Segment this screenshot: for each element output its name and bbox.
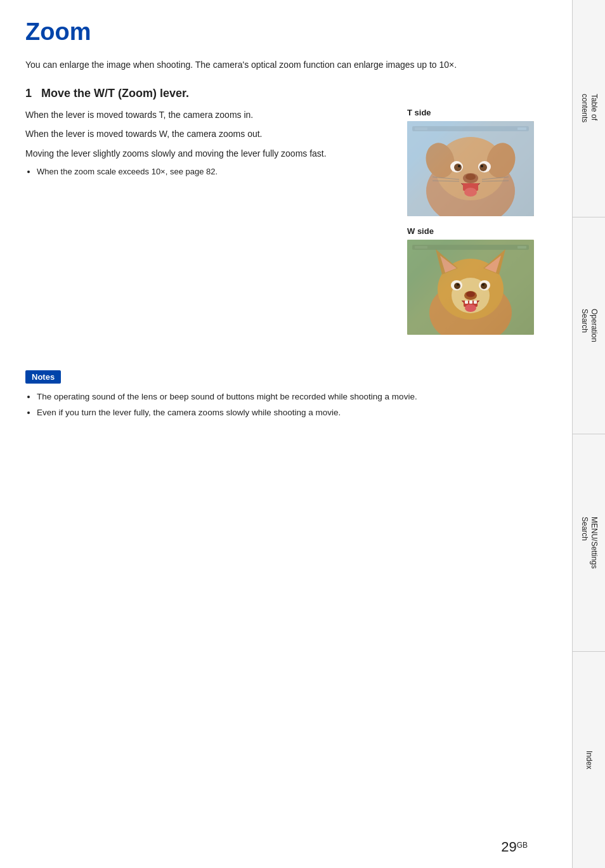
step-content: When the lever is moved towards T, the c… xyxy=(25,108,547,345)
page-number: 29GB xyxy=(501,839,528,855)
svg-point-32 xyxy=(482,283,485,285)
step-images: T side xyxy=(407,108,547,345)
dog-w-svg xyxy=(407,240,534,335)
w-side-label: W side xyxy=(407,226,547,236)
svg-point-9 xyxy=(479,164,487,171)
w-side-dog xyxy=(407,240,534,335)
svg-point-28 xyxy=(454,283,460,289)
svg-point-29 xyxy=(457,283,459,285)
svg-point-34 xyxy=(466,291,475,297)
right-sidebar: Table ofcontents OperationSearch MENU/Se… xyxy=(572,0,605,868)
note-item-2: Even if you turn the lever fully, the ca… xyxy=(37,406,547,420)
svg-point-6 xyxy=(454,164,462,171)
w-side-block: W side xyxy=(407,226,547,335)
svg-rect-38 xyxy=(474,301,477,304)
page-wrapper: Zoom You can enlarge the image when shoo… xyxy=(0,0,605,868)
sidebar-tab-toc-label: Table ofcontents xyxy=(579,94,599,122)
svg-point-14 xyxy=(464,188,477,197)
notes-badge: Notes xyxy=(25,370,61,384)
svg-rect-36 xyxy=(465,301,468,304)
step-body-line3: Moving the lever slightly zooms slowly a… xyxy=(25,146,394,160)
sidebar-tab-menu-label: MENU/SettingsSearch xyxy=(579,517,599,569)
notes-list: The operating sound of the lens or beep … xyxy=(25,390,547,420)
sidebar-tab-toc[interactable]: Table ofcontents xyxy=(573,0,605,217)
page-suffix: GB xyxy=(517,841,528,850)
svg-point-39 xyxy=(465,304,476,312)
t-side-dog xyxy=(407,121,534,216)
page-title: Zoom xyxy=(25,19,547,46)
t-side-block: T side xyxy=(407,108,547,216)
svg-point-7 xyxy=(458,165,460,167)
sidebar-tab-operation-label: OperationSearch xyxy=(579,309,599,342)
sidebar-tab-index-label: Index xyxy=(584,751,594,769)
step-heading: 1 Move the W/T (Zoom) lever. xyxy=(25,87,547,100)
svg-point-10 xyxy=(481,165,483,167)
t-side-label: T side xyxy=(407,108,547,117)
intro-text: You can enlarge the image when shooting.… xyxy=(25,58,547,72)
step-body-line1: When the lever is moved towards T, the c… xyxy=(25,108,394,122)
w-side-image xyxy=(407,240,534,335)
svg-point-12 xyxy=(465,174,476,180)
sidebar-tab-operation[interactable]: OperationSearch xyxy=(573,217,605,435)
main-content: Zoom You can enlarge the image when shoo… xyxy=(0,0,572,868)
dog-t-svg xyxy=(407,121,534,216)
step-bullet-1: When the zoom scale exceeds 10×, see pag… xyxy=(37,165,394,178)
notes-section: Notes The operating sound of the lens or… xyxy=(25,370,547,420)
svg-point-31 xyxy=(481,283,487,289)
step-bullets: When the zoom scale exceeds 10×, see pag… xyxy=(25,165,394,178)
page-num: 29 xyxy=(501,839,516,855)
step-title: Move the W/T (Zoom) lever. xyxy=(41,87,189,100)
t-side-image xyxy=(407,121,534,216)
svg-rect-37 xyxy=(469,301,472,304)
note-item-1: The operating sound of the lens or beep … xyxy=(37,390,547,404)
sidebar-tab-menu[interactable]: MENU/SettingsSearch xyxy=(573,434,605,652)
step-text: When the lever is moved towards T, the c… xyxy=(25,108,394,345)
step-body-line2: When the lever is moved towards W, the c… xyxy=(25,127,394,141)
step-number: 1 xyxy=(25,87,32,100)
sidebar-tab-index[interactable]: Index xyxy=(573,652,605,869)
